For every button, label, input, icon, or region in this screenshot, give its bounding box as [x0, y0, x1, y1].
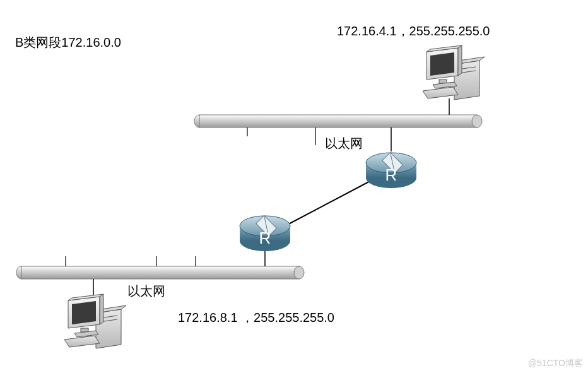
diagram-svg: R R	[0, 0, 588, 373]
router-bottom-label: R	[259, 228, 271, 247]
router-top-label: R	[385, 165, 397, 184]
router-link	[283, 178, 376, 227]
ethernet-pipe-bottom	[16, 266, 304, 279]
svg-rect-8	[21, 266, 299, 279]
ethernet-pipe-top	[194, 115, 482, 127]
diagram-canvas: B类网段172.16.0.0 172.16.4.1，255.255.255.0 …	[0, 0, 588, 373]
router-bottom: R	[240, 216, 290, 251]
svg-rect-1	[199, 115, 477, 127]
svg-point-2	[472, 115, 482, 127]
pc-top	[423, 45, 485, 100]
router-top: R	[366, 153, 416, 188]
svg-rect-25	[439, 80, 447, 83]
svg-rect-28	[81, 328, 88, 332]
svg-point-9	[294, 266, 304, 279]
pc-bottom	[64, 294, 126, 348]
